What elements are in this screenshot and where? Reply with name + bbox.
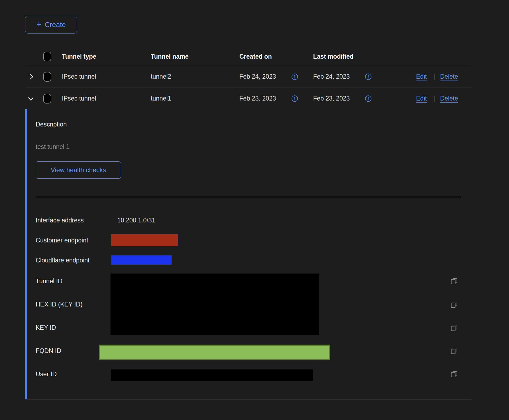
copy-hex-id-button[interactable] xyxy=(450,301,458,309)
tunnel-name-cell: tunnel1 xyxy=(151,95,171,102)
cloudflare-endpoint-redaction xyxy=(111,255,172,265)
header-divider xyxy=(25,66,471,66)
copy-icon xyxy=(450,305,458,309)
row-checkbox[interactable] xyxy=(43,72,51,82)
table-bottom-divider xyxy=(25,399,471,399)
created-on-cell: Feb 23, 2023 xyxy=(239,95,276,102)
info-icon[interactable] xyxy=(365,73,372,80)
delete-link[interactable]: Delete xyxy=(440,73,458,80)
customer-endpoint-redaction xyxy=(111,234,178,246)
fqdn-id-label: FQDN ID xyxy=(36,347,61,355)
cloudflare-endpoint-label: Cloudflare endpoint xyxy=(36,257,89,264)
action-separator: | xyxy=(433,73,435,80)
user-id-redaction xyxy=(111,369,313,381)
chevron-right-icon xyxy=(28,77,35,81)
description-label: Description xyxy=(36,121,67,128)
column-header-created-on: Created on xyxy=(239,53,272,60)
customer-endpoint-label: Customer endpoint xyxy=(36,237,88,244)
user-id-label: User ID xyxy=(36,371,57,378)
tunnel-id-label: Tunnel ID xyxy=(36,278,62,285)
key-id-label: KEY ID xyxy=(36,324,56,331)
expanded-panel-accent-bar xyxy=(25,109,27,399)
copy-fqdn-id-button[interactable] xyxy=(450,347,458,355)
copy-user-id-button[interactable] xyxy=(450,370,458,378)
column-header-last-modified: Last modified xyxy=(313,53,354,60)
copy-icon xyxy=(450,352,458,356)
info-icon[interactable] xyxy=(291,95,298,102)
interface-address-value: 10.200.1.0/31 xyxy=(117,217,155,224)
create-button[interactable]: + Create xyxy=(25,16,77,34)
copy-icon xyxy=(450,282,458,286)
info-icon[interactable] xyxy=(291,73,298,80)
copy-icon xyxy=(450,375,458,379)
collapse-row-button[interactable] xyxy=(27,95,35,102)
interface-address-label: Interface address xyxy=(36,217,84,224)
tunnels-page: + Create Tunnel type Tunnel name Created… xyxy=(0,0,509,420)
row-checkbox[interactable] xyxy=(43,94,51,104)
plus-icon: + xyxy=(36,20,42,29)
row-divider xyxy=(25,88,471,88)
edit-link[interactable]: Edit xyxy=(416,73,427,80)
last-modified-cell: Feb 23, 2023 xyxy=(313,95,350,102)
last-modified-cell: Feb 24, 2023 xyxy=(313,73,350,80)
delete-link[interactable]: Delete xyxy=(440,95,458,102)
expand-row-button[interactable] xyxy=(28,73,35,81)
ids-redaction-block xyxy=(110,274,319,335)
create-button-label: Create xyxy=(45,21,66,29)
tunnel-type-cell: IPsec tunnel xyxy=(62,95,96,102)
copy-key-id-button[interactable] xyxy=(450,324,458,332)
hex-id-label: HEX ID (KEY ID) xyxy=(36,301,82,308)
created-on-cell: Feb 24, 2023 xyxy=(239,73,276,80)
chevron-down-icon xyxy=(27,99,35,103)
tunnel-type-cell: IPsec tunnel xyxy=(62,73,96,80)
fqdn-id-redaction xyxy=(99,345,330,360)
column-header-tunnel-name: Tunnel name xyxy=(151,53,189,60)
copy-tunnel-id-button[interactable] xyxy=(450,277,458,285)
info-icon[interactable] xyxy=(365,95,372,102)
edit-link[interactable]: Edit xyxy=(416,95,427,102)
action-separator: | xyxy=(433,95,435,102)
copy-icon xyxy=(450,329,458,333)
tunnel-name-cell: tunnel2 xyxy=(151,73,171,80)
view-health-checks-button[interactable]: View health checks xyxy=(36,161,121,179)
description-value: test tunnel 1 xyxy=(36,143,69,151)
section-divider xyxy=(36,197,461,197)
column-header-tunnel-type: Tunnel type xyxy=(62,53,96,60)
select-all-checkbox[interactable] xyxy=(43,52,51,61)
